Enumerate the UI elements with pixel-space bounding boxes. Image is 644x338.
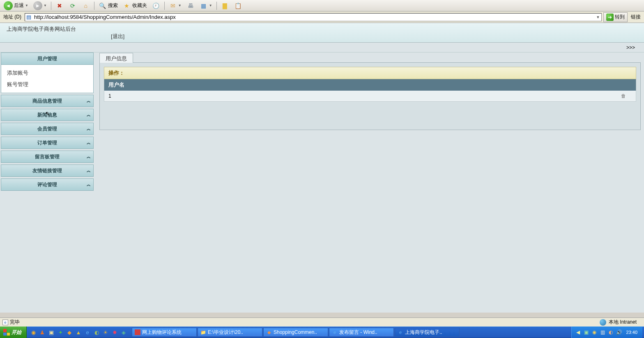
- ql-icon-8[interactable]: ◐: [93, 329, 100, 336]
- section-title: 订单管理: [37, 139, 57, 146]
- ql-icon-6[interactable]: ▲: [75, 329, 82, 336]
- history-button[interactable]: 🕘: [150, 1, 162, 11]
- content-area: 用户信息 操作： 用户名 1 🗑: [94, 53, 644, 313]
- start-button[interactable]: 开始: [0, 327, 27, 338]
- zone-icon: [600, 319, 606, 326]
- main-area: 用户管理 添加账号 账号管理 商品信息管理 ︽ 新闻信息 ︽ 会员管理 ︽ 订单…: [0, 53, 644, 313]
- task-item[interactable]: e上海商学院电子..: [395, 328, 460, 337]
- section-title: 会员管理: [37, 126, 57, 132]
- tab-strip: 用户信息: [99, 53, 641, 62]
- research-button[interactable]: 📋: [232, 1, 244, 11]
- home-icon: ⌂: [82, 2, 90, 10]
- tray-icon[interactable]: ◀: [575, 329, 581, 335]
- page-icon: ▤: [25, 14, 32, 21]
- tray-icon[interactable]: ▣: [583, 329, 589, 335]
- sidebar-section-member-mgmt[interactable]: 会员管理 ︽: [1, 123, 94, 135]
- ql-icon-4[interactable]: ✦: [57, 329, 64, 336]
- clock[interactable]: 23:40: [624, 330, 639, 335]
- section-title: 商品信息管理: [32, 98, 62, 105]
- research-icon: 📋: [234, 2, 242, 10]
- ql-icon-3[interactable]: ▣: [48, 329, 55, 336]
- ql-icon-7[interactable]: e: [84, 329, 91, 336]
- quick-launch: ◉ ♟ ▣ ✦ ◆ ▲ e ◐ ☀ ✸ ◈: [27, 329, 130, 336]
- address-bar: 地址 (D) ▤ ▼ ➔ 转到 链接: [0, 11, 644, 23]
- status-bar: e 完毕 本地 Intranet: [0, 317, 644, 327]
- separator: [51, 2, 51, 10]
- ql-icon-11[interactable]: ◈: [120, 329, 127, 336]
- section-title: 友情链接管理: [32, 167, 62, 174]
- status-left: e 完毕: [2, 319, 20, 326]
- collapse-icon: ︽: [87, 154, 90, 160]
- page-header: 上海商学院电子商务网站后台 [退出]: [0, 23, 644, 43]
- forward-button[interactable]: ► ▼: [31, 0, 49, 11]
- go-button[interactable]: ➔ 转到: [603, 12, 628, 22]
- ql-icon-10[interactable]: ✸: [111, 329, 118, 336]
- collapse-icon: ︽: [87, 168, 90, 174]
- task-label: ShoppingCommen..: [274, 329, 317, 335]
- ql-icon-2[interactable]: ♟: [39, 329, 46, 336]
- operation-bar: 操作：: [104, 67, 636, 79]
- note-button[interactable]: ▇: [219, 1, 231, 11]
- volume-icon[interactable]: 🔊: [616, 329, 622, 335]
- collapse-icon: ︽: [87, 112, 90, 118]
- refresh-button[interactable]: ⟳: [67, 1, 79, 11]
- forward-arrow-icon: ►: [33, 1, 42, 10]
- delete-button[interactable]: 🗑: [615, 93, 632, 99]
- collapse-icon: ︽: [87, 98, 90, 104]
- chevron-down-icon: ▼: [178, 4, 182, 7]
- sidebar-section-links-mgmt[interactable]: 友情链接管理 ︽: [1, 164, 94, 177]
- sidebar-section-guestbook-mgmt[interactable]: 留言板管理 ︽: [1, 151, 94, 163]
- links-label: 链接: [629, 14, 642, 21]
- sidebar-section-product-mgmt[interactable]: 商品信息管理 ︽: [1, 95, 94, 107]
- back-button[interactable]: ◄ 后退 ▼: [2, 0, 30, 11]
- task-label: 发布留言 - Wind..: [339, 329, 377, 336]
- mail-button[interactable]: ✉▼: [167, 1, 184, 11]
- section-title: 新闻信息: [37, 112, 57, 119]
- page-title: 上海商学院电子商务网站后台: [7, 25, 637, 33]
- logout-link[interactable]: [退出]: [111, 33, 124, 40]
- ql-icon-1[interactable]: ◉: [30, 329, 37, 336]
- print-button[interactable]: 🖶: [184, 1, 197, 11]
- edit-button[interactable]: ▦▼: [198, 1, 214, 11]
- tray-icon[interactable]: ▥: [600, 329, 605, 335]
- home-button[interactable]: ⌂: [80, 1, 92, 11]
- task-item[interactable]: 📁E:\毕业设计\20..: [198, 328, 262, 337]
- separator: [94, 2, 94, 10]
- menu-item-add-account[interactable]: 添加账号: [5, 67, 89, 79]
- sidebar: 用户管理 添加账号 账号管理 商品信息管理 ︽ 新闻信息 ︽ 会员管理 ︽ 订单…: [0, 53, 94, 313]
- task-item[interactable]: e发布留言 - Wind..: [329, 328, 394, 337]
- tray-icon[interactable]: ◉: [591, 329, 597, 335]
- favorites-label: 收藏夹: [132, 2, 147, 9]
- tab-user-info[interactable]: 用户信息: [99, 53, 133, 63]
- star-icon: ★: [123, 2, 131, 10]
- ie-icon: e: [332, 329, 338, 335]
- search-button[interactable]: 🔍 搜索: [97, 1, 120, 11]
- breadcrumb-bar: >>>: [0, 43, 644, 53]
- task-item[interactable]: ◆ShoppingCommen..: [263, 328, 328, 337]
- stop-icon: ✖: [55, 2, 64, 10]
- tray-icon[interactable]: ◐: [608, 329, 614, 335]
- chevron-down-icon: ▼: [44, 4, 47, 7]
- section-title: 用户管理: [37, 55, 57, 62]
- task-items: 网上购物评论系统 📁E:\毕业设计\20.. ◆ShoppingCommen..…: [130, 328, 571, 337]
- grid-header-username: 用户名: [104, 79, 636, 91]
- menu-item-account-mgmt[interactable]: 账号管理: [5, 79, 89, 90]
- address-label: 地址 (D): [2, 14, 23, 21]
- stop-button[interactable]: ✖: [53, 1, 66, 11]
- ql-icon-9[interactable]: ☀: [102, 329, 109, 336]
- sidebar-section-news[interactable]: 新闻信息 ︽: [1, 109, 94, 121]
- folder-icon: 📁: [200, 329, 206, 335]
- address-dropdown-icon[interactable]: ▼: [595, 15, 601, 19]
- ql-icon-5[interactable]: ◆: [66, 329, 73, 336]
- section-title: 评论管理: [37, 181, 57, 188]
- sidebar-section-user-mgmt[interactable]: 用户管理: [1, 53, 94, 65]
- collapse-icon: ︽: [87, 182, 90, 187]
- sidebar-section-order-mgmt[interactable]: 订单管理 ︽: [1, 137, 94, 149]
- windows-icon: [3, 329, 10, 336]
- address-input[interactable]: [32, 14, 595, 20]
- sidebar-section-comment-mgmt[interactable]: 评论管理 ︽: [1, 178, 94, 191]
- task-item[interactable]: 网上购物评论系统: [132, 328, 197, 337]
- app-icon: [135, 329, 140, 335]
- back-arrow-icon: ◄: [4, 1, 13, 10]
- favorites-button[interactable]: ★ 收藏夹: [121, 1, 149, 11]
